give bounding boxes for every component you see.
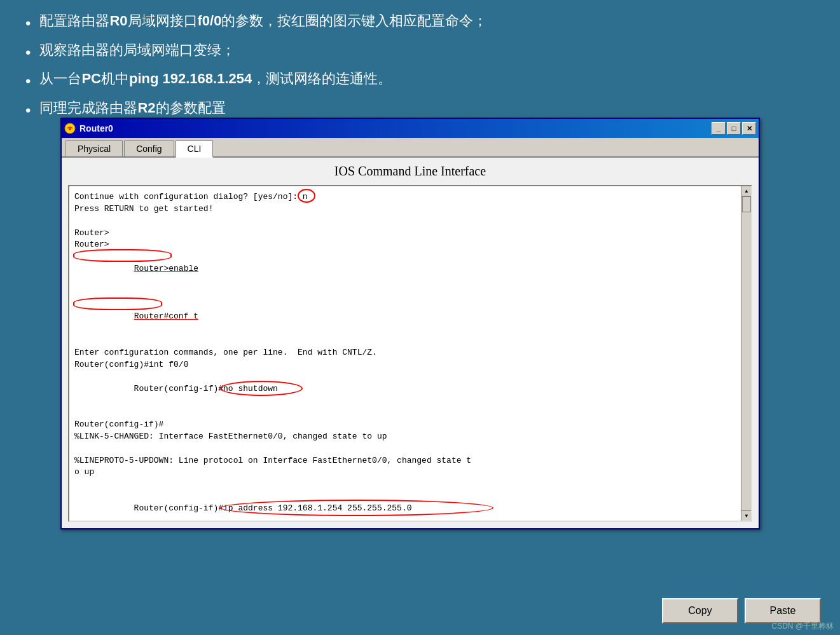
bullet-dot-1: • bbox=[25, 13, 31, 34]
cli-area: IOS Command Line Interface Continue with… bbox=[62, 158, 759, 528]
terminal-line-13: %LINK-5-CHANGED: Interface FastEthernet0… bbox=[74, 431, 746, 443]
terminal-line-14 bbox=[74, 443, 746, 455]
terminal-line-16: o up bbox=[74, 467, 746, 479]
terminal-line-11 bbox=[74, 407, 746, 419]
bullet-item-2: • 观察路由器的局域网端口变绿； bbox=[25, 41, 815, 64]
bullet-text-3: 从一台PC机中ping 192.168.1.254，测试网络的连通性。 bbox=[39, 69, 392, 89]
copy-button[interactable]: Copy bbox=[662, 598, 738, 624]
bullet-text-1: 配置路由器R0局域网接口f0/0的参数，按红圈的图示键入相应配置命令； bbox=[39, 11, 487, 31]
scroll-down-button[interactable]: ▼ bbox=[741, 510, 752, 521]
terminal-line-15: %LINEPROTO-5-UPDOWN: Line protocol on In… bbox=[74, 455, 746, 467]
bullets-area: • 配置路由器R0局域网接口f0/0的参数，按红圈的图示键入相应配置命令； • … bbox=[0, 0, 840, 133]
bullet-text-2: 观察路由器的局域网端口变绿； bbox=[39, 41, 235, 60]
title-bar-buttons: _ □ ✕ bbox=[712, 122, 756, 135]
terminal-line-10: Router(config-if)#no shutdown bbox=[74, 371, 746, 407]
terminal-line-3 bbox=[74, 215, 746, 228]
terminal-line-18: Router(config-if)#ip address 192.168.1.2… bbox=[74, 491, 746, 522]
terminal-content: Continue with configuration dialog? [yes… bbox=[74, 191, 746, 522]
terminal-line-1: Continue with configuration dialog? [yes… bbox=[74, 191, 746, 203]
terminal-line-12: Router(config-if)# bbox=[74, 419, 746, 431]
scrollbar[interactable]: ▲ ▼ bbox=[741, 186, 751, 521]
paste-button[interactable]: Paste bbox=[745, 598, 821, 624]
scroll-thumb[interactable] bbox=[742, 196, 751, 212]
tab-physical[interactable]: Physical bbox=[65, 140, 123, 156]
tabs-bar: Physical Config CLI bbox=[62, 138, 759, 158]
terminal-line-2: Press RETURN to get started! bbox=[74, 203, 746, 215]
terminal-line-6: Router>enable bbox=[74, 251, 746, 299]
window-title: Router0 bbox=[79, 123, 113, 133]
terminal-line-4: Router> bbox=[74, 228, 746, 240]
scroll-track bbox=[741, 196, 751, 510]
watermark: CSDN @千里桦林 bbox=[771, 621, 834, 632]
terminal-line-8: Enter configuration commands, one per li… bbox=[74, 347, 746, 359]
terminal-line-9: Router(config)#int f0/0 bbox=[74, 359, 746, 371]
terminal-line-7: Router#conf t bbox=[74, 299, 746, 347]
title-bar: Router0 _ □ ✕ bbox=[62, 119, 759, 138]
scroll-up-button[interactable]: ▲ bbox=[741, 186, 752, 196]
svg-point-1 bbox=[69, 128, 71, 130]
router-window: Router0 _ □ ✕ Physical Config CLI IOS Co… bbox=[60, 118, 760, 529]
bullet-dot-3: • bbox=[25, 71, 31, 92]
terminal[interactable]: Continue with configuration dialog? [yes… bbox=[68, 185, 752, 522]
bullet-item-3: • 从一台PC机中ping 192.168.1.254，测试网络的连通性。 bbox=[25, 69, 815, 92]
bullet-dot-4: • bbox=[25, 100, 31, 121]
router-icon bbox=[64, 123, 76, 134]
bullet-dot-2: • bbox=[25, 42, 31, 64]
cli-heading: IOS Command Line Interface bbox=[68, 164, 752, 179]
terminal-line-5: Router> bbox=[74, 239, 746, 251]
close-button[interactable]: ✕ bbox=[742, 122, 756, 135]
bottom-area: Copy Paste bbox=[662, 598, 821, 624]
bullet-item-1: • 配置路由器R0局域网接口f0/0的参数，按红圈的图示键入相应配置命令； bbox=[25, 11, 815, 34]
title-bar-left: Router0 bbox=[64, 123, 113, 134]
maximize-button[interactable]: □ bbox=[727, 122, 741, 135]
terminal-line-17 bbox=[74, 479, 746, 491]
minimize-button[interactable]: _ bbox=[712, 122, 726, 135]
bullet-text-4: 同理完成路由器R2的参数配置 bbox=[39, 99, 225, 118]
tab-cli[interactable]: CLI bbox=[176, 140, 214, 158]
tab-config[interactable]: Config bbox=[124, 140, 174, 156]
terminal-wrapper: Continue with configuration dialog? [yes… bbox=[68, 185, 752, 522]
